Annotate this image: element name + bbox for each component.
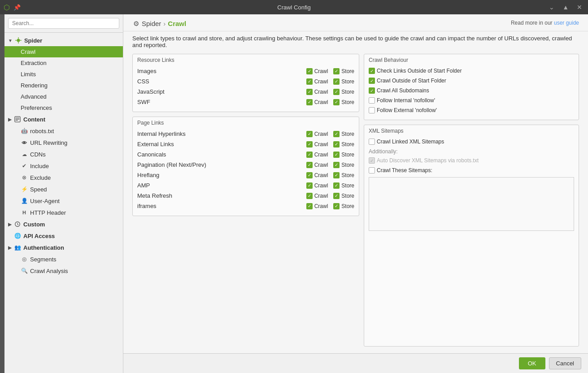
crawl-checkbox-pagination[interactable]: ✓ Crawl: [306, 162, 328, 168]
checkbox-checked-icon: ✓: [306, 193, 313, 199]
follow-external-nofollow[interactable]: Follow External 'nofollow': [369, 107, 437, 113]
breadcrumb-separator: ›: [163, 20, 166, 27]
checkbox-disabled-icon: ✓: [369, 157, 375, 164]
sidebar-item-robots[interactable]: 🤖 robots.txt: [4, 125, 123, 137]
store-checkbox-canonicals[interactable]: ✓ Store: [333, 152, 354, 158]
sidebar-item-user-agent[interactable]: 👤 User-Agent: [4, 195, 123, 207]
sidebar-label-user-agent: User-Agent: [30, 198, 60, 204]
crawl-checkbox-swf[interactable]: ✓ Crawl: [306, 99, 328, 105]
follow-internal-nofollow[interactable]: Follow Internal 'nofollow': [369, 97, 435, 104]
store-checkbox-css[interactable]: ✓ Store: [333, 78, 354, 85]
sidebar-item-cdns[interactable]: ☁ CDNs: [4, 148, 123, 160]
cancel-button[interactable]: Cancel: [549, 357, 581, 369]
chevron-down-icon: ▼: [8, 38, 13, 43]
sidebar-item-exclude[interactable]: ⊗ Exclude: [4, 172, 123, 183]
sidebar-label-url-rewriting: URL Rewriting: [30, 139, 67, 146]
checkbox-checked-icon: ✓: [333, 68, 340, 74]
crawl-these-sitemaps[interactable]: Crawl These Sitemaps:: [369, 167, 432, 173]
sidebar-item-custom[interactable]: ▶ Custom: [4, 218, 123, 230]
sidebar-label-speed: Speed: [30, 186, 47, 193]
search-input[interactable]: [8, 18, 119, 29]
check-group-external: ✓ Crawl ✓ Store: [306, 141, 354, 147]
resource-links-title: Resource Links: [133, 54, 359, 63]
ok-button[interactable]: OK: [519, 357, 545, 369]
table-row: SWF ✓ Crawl ✓ Store: [137, 97, 354, 107]
check-group-internal: ✓ Crawl ✓ Store: [306, 131, 354, 137]
app-logo-icon: ⬡: [4, 3, 10, 12]
checkbox-checked-icon: ✓: [306, 162, 313, 168]
resource-label-images: Images: [137, 68, 306, 74]
sidebar-item-api-access[interactable]: ▶ 🌐 API Access: [4, 230, 123, 242]
store-checkbox-pagination[interactable]: ✓ Store: [333, 162, 354, 168]
checkbox-checked-icon: ✓: [333, 203, 340, 209]
store-checkbox-internal[interactable]: ✓ Store: [333, 131, 354, 137]
crawl-all-subdomains[interactable]: ✓ Crawl All Subdomains: [369, 87, 429, 94]
sidebar-item-extraction[interactable]: Extraction: [4, 57, 123, 69]
sidebar-item-authentication[interactable]: ▶ 👥 Authentication: [4, 242, 123, 253]
checkbox-checked-icon: ✓: [333, 141, 340, 147]
page-links-content: Internal Hyperlinks ✓ Crawl ✓ Store Exte…: [133, 126, 359, 216]
svg-rect-8: [16, 120, 18, 121]
sidebar-item-preferences[interactable]: Preferences: [4, 102, 123, 113]
store-checkbox-js[interactable]: ✓ Store: [333, 89, 354, 95]
crawl-checkbox-iframes[interactable]: ✓ Crawl: [306, 203, 328, 209]
store-checkbox-external[interactable]: ✓ Store: [333, 141, 354, 147]
crawl-outside-folder[interactable]: ✓ Crawl Outside of Start Folder: [369, 78, 446, 84]
description-text: Select link types to crawl and store, an…: [123, 31, 588, 54]
crawl-linked-sitemaps[interactable]: Crawl Linked XML Sitemaps: [369, 139, 444, 145]
check-group-css: ✓ Crawl ✓ Store: [306, 78, 354, 85]
sidebar-item-url-rewriting[interactable]: URL Rewriting: [4, 137, 123, 148]
checkbox-checked-icon: ✓: [306, 141, 313, 147]
sidebar-item-http-header[interactable]: H HTTP Header: [4, 207, 123, 218]
crawl-checkbox-hreflang[interactable]: ✓ Crawl: [306, 172, 328, 178]
sidebar-item-limits[interactable]: Limits: [4, 69, 123, 80]
user-guide-link[interactable]: user guide: [554, 20, 579, 26]
sidebar-label-include: Include: [30, 163, 49, 169]
store-checkbox-amp[interactable]: ✓ Store: [333, 182, 354, 189]
crawl-checkbox-external[interactable]: ✓ Crawl: [306, 141, 328, 147]
chevron-right-icon: ▶: [8, 117, 12, 122]
close-button[interactable]: ✕: [575, 3, 584, 12]
sitemap-textarea[interactable]: [369, 177, 574, 231]
store-checkbox-iframes[interactable]: ✓ Store: [333, 203, 354, 209]
sidebar-item-speed[interactable]: ⚡ Speed: [4, 183, 123, 195]
check-links-outside-folder[interactable]: ✓ Check Links Outside of Start Folder: [369, 68, 462, 74]
checkbox-checked-icon: ✓: [333, 162, 340, 168]
sidebar-item-rendering[interactable]: Rendering: [4, 80, 123, 91]
auto-discover-sitemaps: ✓ Auto Discover XML Sitemaps via robots.…: [369, 157, 479, 164]
sidebar-label-segments: Segments: [30, 256, 57, 263]
robot-icon: 🤖: [21, 127, 28, 134]
check-group-js: ✓ Crawl ✓ Store: [306, 89, 354, 95]
store-checkbox-hreflang[interactable]: ✓ Store: [333, 172, 354, 178]
maximize-button[interactable]: ▲: [560, 3, 571, 12]
crawl-checkbox-meta-refresh[interactable]: ✓ Crawl: [306, 193, 328, 199]
sidebar-item-crawl-analysis[interactable]: 🔍 Crawl Analysis: [4, 265, 123, 277]
sidebar-item-crawl[interactable]: Crawl: [4, 46, 123, 57]
crawl-checkbox-internal[interactable]: ✓ Crawl: [306, 131, 328, 137]
content-header: ⚙ Spider › Crawl Read more in our user g…: [123, 14, 588, 31]
pin-icon: 📌: [13, 4, 21, 11]
sidebar-label-http-header: HTTP Header: [30, 209, 66, 216]
crawl-checkbox-css[interactable]: ✓ Crawl: [306, 78, 328, 85]
store-checkbox-meta-refresh[interactable]: ✓ Store: [333, 193, 354, 199]
sidebar-item-segments[interactable]: ◎ Segments: [4, 253, 123, 265]
sidebar-item-spider[interactable]: ▼ Spider: [4, 35, 123, 46]
checkbox-checked-icon: ✓: [369, 78, 375, 84]
rewrite-icon: [21, 139, 28, 146]
read-more-text: Read more in our user guide: [511, 20, 579, 26]
crawl-checkbox-js[interactable]: ✓ Crawl: [306, 89, 328, 95]
breadcrumb-current: Crawl: [168, 20, 186, 27]
sidebar-item-include[interactable]: ✔ Include: [4, 160, 123, 172]
minimize-button[interactable]: ⌄: [547, 3, 557, 12]
sidebar-item-advanced[interactable]: Advanced: [4, 91, 123, 102]
crawl-checkbox-canonicals[interactable]: ✓ Crawl: [306, 152, 328, 158]
crawl-checkbox-images[interactable]: ✓ Crawl: [306, 68, 328, 74]
list-item: ✓ Crawl Outside of Start Folder: [369, 76, 574, 86]
store-checkbox-images[interactable]: ✓ Store: [333, 68, 354, 74]
store-checkbox-swf[interactable]: ✓ Store: [333, 99, 354, 105]
checkbox-unchecked-icon: [369, 107, 375, 113]
window: ⬡ 📌 Crawl Config ⌄ ▲ ✕ ▼: [0, 0, 588, 373]
crawl-checkbox-amp[interactable]: ✓ Crawl: [306, 182, 328, 189]
sidebar-item-content[interactable]: ▶ Content: [4, 113, 123, 125]
list-item: ✓ Auto Discover XML Sitemaps via robots.…: [369, 156, 574, 165]
